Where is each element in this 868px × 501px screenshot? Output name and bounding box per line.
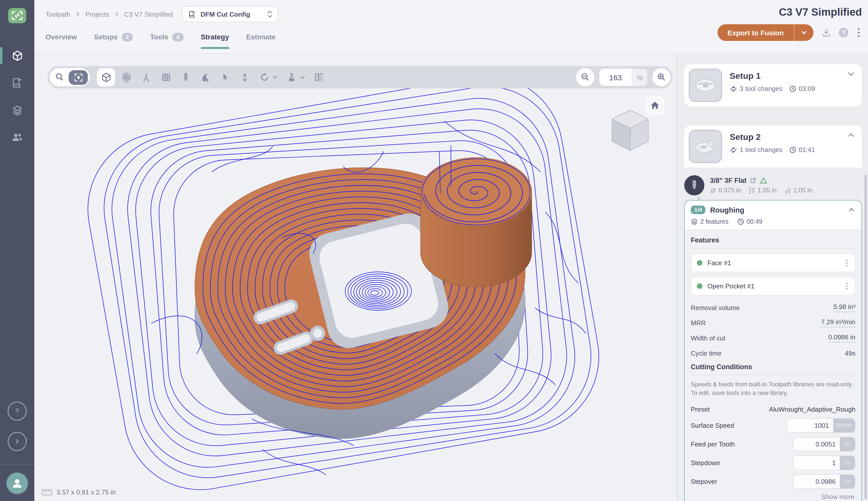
fixture-grid-icon — [161, 72, 171, 82]
flute-length-icon — [749, 186, 756, 194]
setup1-card[interactable]: Setup 1 3 tool changes 03:09 — [684, 64, 862, 107]
feature-row-face[interactable]: Face #1 — [691, 254, 855, 272]
surface-speed-input[interactable] — [786, 419, 833, 432]
view-cube-button[interactable] — [97, 68, 115, 86]
rotate-dropdown[interactable] — [272, 74, 280, 80]
topbar-right: C3 V7 Simplified Export to Fusion ? — [718, 0, 862, 53]
setup1-name: Setup 1 — [730, 71, 815, 81]
sidebar-item-model[interactable] — [0, 44, 34, 67]
zoom-out-icon — [580, 72, 590, 82]
roughing-body: Features Face #1 Open Pocket #1 — [685, 229, 861, 501]
simulate-dropdown[interactable] — [299, 74, 308, 80]
feature-row-open-pocket[interactable]: Open Pocket #1 — [691, 277, 855, 296]
tool-specs: 0.375 in 1.05 in 1.05 in — [710, 186, 812, 194]
stepover-unit: in — [840, 475, 855, 488]
bounding-dimensions: 3.57 x 0.91 x 2.75 in — [41, 488, 116, 496]
setup1-meta: 3 tool changes 03:09 — [730, 85, 815, 93]
show-more-link[interactable]: Show more — [691, 493, 855, 501]
kebab-icon — [846, 259, 848, 267]
stat-value[interactable]: 5.98 in³ — [833, 303, 855, 312]
chip-button[interactable] — [197, 68, 214, 86]
help-button[interactable]: ? — [839, 28, 848, 38]
sidebar-item-library[interactable] — [0, 72, 34, 94]
breadcrumb-item-current[interactable]: C3 V7 Simplified — [124, 10, 173, 18]
tool-bit-button[interactable] — [177, 68, 194, 86]
split-view-button[interactable] — [311, 68, 327, 86]
app-logo[interactable] — [8, 8, 26, 23]
stepover-input[interactable] — [793, 475, 840, 488]
help-icon[interactable] — [8, 402, 27, 421]
focus-fit-button[interactable] — [69, 70, 88, 85]
setup2-info: Setup 2 1 tool changes 01:41 — [730, 130, 815, 163]
setup2-thumbnail — [689, 130, 722, 163]
zoom-select-button[interactable] — [55, 72, 65, 83]
help-glyph: ? — [842, 29, 846, 36]
panel-scrollbar[interactable] — [865, 175, 867, 499]
roughing-collapse-toggle[interactable] — [848, 206, 855, 214]
stat-value[interactable]: 7.29 in³/min — [821, 318, 855, 327]
breadcrumb-item[interactable]: Toolpath — [45, 10, 70, 18]
sidebar-bottom — [0, 402, 34, 501]
library-sparkle-icon — [12, 77, 23, 88]
tool-row[interactable]: 3/8" 3F Flat 0.375 in 1.05 in 1.05 in — [684, 175, 862, 195]
probe-button[interactable] — [138, 68, 154, 86]
breadcrumb-item[interactable]: Projects — [85, 10, 109, 18]
feed-per-tooth-input[interactable] — [793, 437, 840, 451]
external-link-icon[interactable] — [750, 177, 757, 184]
download-button[interactable] — [820, 26, 832, 39]
stat-value: 49s — [845, 349, 855, 357]
feed-per-tooth-unit: in — [840, 437, 855, 451]
chevron-right-icon — [75, 11, 81, 17]
tab-tools[interactable]: Tools4 — [150, 25, 184, 49]
chevron-down-icon — [847, 70, 855, 78]
tab-estimate[interactable]: Estimate — [246, 25, 276, 49]
viewport-3d[interactable]: % — [34, 54, 677, 501]
tool-bit-icon — [183, 72, 189, 83]
config-doc-icon — [188, 10, 196, 19]
setup1-time: 03:09 — [789, 85, 815, 93]
stock-button[interactable] — [118, 68, 135, 86]
stat-value[interactable]: 0.0986 in — [828, 333, 855, 342]
export-to-fusion-button[interactable]: Export to Fusion — [718, 24, 813, 41]
feature-menu-button[interactable] — [842, 258, 852, 268]
tab-strategy[interactable]: Strategy — [201, 25, 229, 49]
chevron-up-icon — [847, 131, 855, 139]
simulate-button[interactable] — [283, 68, 300, 86]
fixture-grid-button[interactable] — [158, 68, 174, 86]
sidebar-item-layers[interactable] — [0, 99, 34, 121]
divider — [691, 375, 855, 375]
collapse-icon[interactable] — [8, 432, 27, 451]
stepdown-input[interactable] — [793, 456, 840, 470]
tool-info: 3/8" 3F Flat 0.375 in 1.05 in 1.05 in — [710, 177, 812, 194]
export-dropdown-toggle[interactable] — [794, 24, 813, 41]
cut-config-selector[interactable]: DFM Cut Config — [182, 6, 278, 22]
roughing-card: 1/4 Roughing 2 features 00:49 — [684, 200, 862, 501]
stock-shield-icon — [121, 72, 132, 83]
home-view-button[interactable] — [645, 95, 665, 116]
cutting-conditions-note: Speeds & feeds from built-in Toolpath li… — [691, 380, 855, 398]
roughing-header[interactable]: 1/4 Roughing 2 features 00:49 — [685, 201, 861, 229]
zoom-out-button[interactable] — [576, 68, 594, 86]
tab-overview[interactable]: Overview — [45, 25, 77, 49]
feed-per-tooth-field: in — [793, 437, 855, 451]
setup1-expand-toggle[interactable] — [847, 70, 855, 78]
setup2-name: Setup 2 — [730, 132, 815, 142]
zoom-in-button[interactable] — [652, 68, 671, 86]
sidebar-item-team[interactable] — [0, 126, 34, 149]
feature-menu-button[interactable] — [842, 281, 852, 291]
orientation-cube[interactable] — [609, 108, 651, 152]
rotate-button[interactable] — [256, 68, 273, 86]
zoom-level-input[interactable] — [599, 69, 632, 86]
tab-bar: Overview Setups2 Tools4 Strategy Estimat… — [45, 25, 278, 49]
setup2-collapse-toggle[interactable] — [847, 131, 855, 139]
sidebar-divider — [0, 464, 34, 465]
setup2-card[interactable]: Setup 2 1 tool changes 01:41 — [684, 125, 862, 168]
clock-icon — [789, 146, 796, 153]
viewport-3d-scene[interactable] — [34, 54, 677, 501]
overflow-menu-button[interactable] — [855, 26, 862, 39]
tab-setups[interactable]: Setups2 — [94, 25, 133, 49]
chevron-up-icon — [848, 206, 855, 214]
cursor-button[interactable] — [217, 68, 233, 86]
avatar[interactable] — [6, 472, 29, 495]
move-vertical-button[interactable] — [236, 68, 253, 86]
